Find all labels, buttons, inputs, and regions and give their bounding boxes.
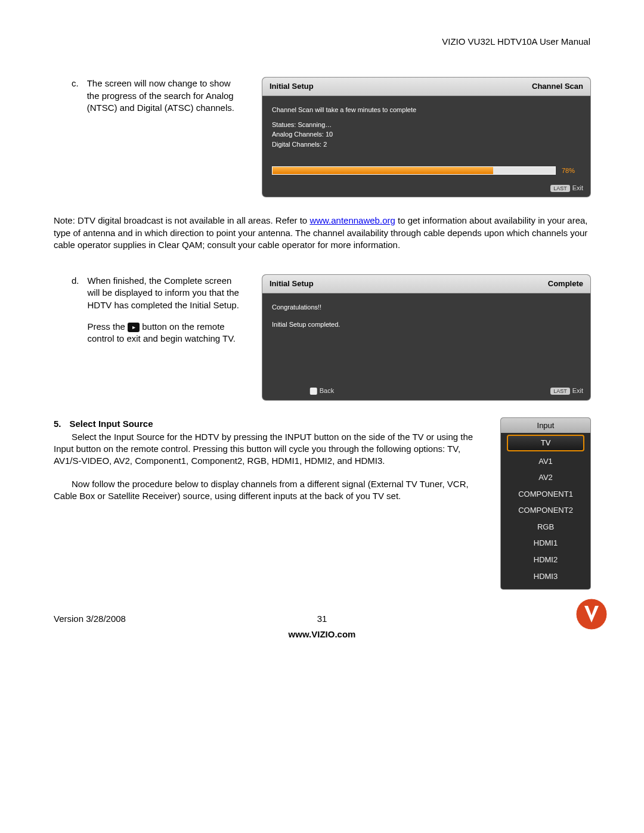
back-icon bbox=[310, 388, 317, 395]
section-5: 5. Select Input Source Select the Input … bbox=[54, 418, 590, 589]
completed-line: Initial Setup completed. bbox=[272, 320, 581, 329]
step-d-body: When finished, the Complete screen will … bbox=[88, 275, 244, 345]
osd-exit: LASTExit bbox=[550, 184, 583, 193]
section-5-heading-row: 5. Select Input Source bbox=[54, 418, 483, 430]
osd-header-complete: Initial Setup Complete bbox=[262, 275, 590, 293]
scan-status: Statues: Scanning… bbox=[272, 120, 581, 129]
osd-body: Channel Scan will take a few minutes to … bbox=[262, 96, 590, 162]
input-menu: Input TVAV1AV2COMPONENT1COMPONENT2RGBHDM… bbox=[501, 418, 590, 589]
channel-scan-osd: Initial Setup Channel Scan Channel Scan … bbox=[262, 78, 590, 197]
osd-title-right: Channel Scan bbox=[532, 81, 583, 92]
play-button-icon: ▸ bbox=[128, 323, 140, 332]
version-text: Version 3/28/2008 bbox=[54, 613, 126, 625]
osd-footer: LASTExit bbox=[262, 180, 590, 197]
section-5-para1: Select the Input Source for the HDTV by … bbox=[54, 431, 483, 467]
back-label: Back bbox=[320, 387, 334, 394]
step-d-press: Press the ▸ button on the remote control… bbox=[88, 321, 244, 345]
last-pill-icon-2: LAST bbox=[550, 388, 570, 395]
complete-body: Congratulations!! Initial Setup complete… bbox=[262, 293, 590, 383]
input-item-hdmi3[interactable]: HDMI3 bbox=[501, 568, 590, 585]
step-d-item: d. When finished, the Complete screen wi… bbox=[54, 275, 244, 345]
scan-analog: Analog Channels: 10 bbox=[272, 130, 581, 139]
input-item-av1[interactable]: AV1 bbox=[501, 453, 590, 470]
step-d-row: d. When finished, the Complete screen wi… bbox=[54, 275, 590, 400]
osd-header: Initial Setup Channel Scan bbox=[262, 78, 590, 96]
section-5-text: 5. Select Input Source Select the Input … bbox=[54, 418, 483, 503]
step-c-row: c. The screen will now change to show th… bbox=[54, 78, 590, 197]
vizio-logo-icon bbox=[575, 597, 608, 631]
antennaweb-link[interactable]: www.antennaweb.org bbox=[309, 215, 395, 225]
progress-bar bbox=[272, 166, 556, 175]
scan-digital: Digital Channels: 2 bbox=[272, 140, 581, 149]
input-menu-header: Input bbox=[501, 418, 590, 433]
input-item-tv[interactable]: TV bbox=[507, 435, 584, 451]
press-prefix: Press the bbox=[88, 321, 128, 332]
input-item-hdmi2[interactable]: HDMI2 bbox=[501, 552, 590, 568]
note-paragraph: Note: DTV digital broadcast is not avail… bbox=[54, 215, 590, 251]
footer-url: www.VIZIO.com bbox=[54, 628, 590, 640]
progress-pct: 78% bbox=[562, 166, 581, 175]
step-c-item: c. The screen will now change to show th… bbox=[54, 78, 244, 114]
input-menu-list: TVAV1AV2COMPONENT1COMPONENT2RGBHDMI1HDMI… bbox=[501, 435, 590, 584]
complete-title-left: Initial Setup bbox=[270, 278, 314, 289]
congrats-line: Congratulations!! bbox=[272, 303, 581, 312]
note-prefix: Note: DTV digital broadcast is not avail… bbox=[54, 215, 309, 225]
complete-title-right: Complete bbox=[548, 278, 583, 289]
back-label-wrap: Back bbox=[310, 386, 334, 395]
input-item-av2[interactable]: AV2 bbox=[501, 469, 590, 486]
section-5-number: 5. bbox=[54, 418, 61, 430]
input-item-hdmi1[interactable]: HDMI1 bbox=[501, 535, 590, 552]
step-d-para1: When finished, the Complete screen will … bbox=[88, 275, 244, 311]
input-item-component1[interactable]: COMPONENT1 bbox=[501, 486, 590, 503]
page-number: 31 bbox=[317, 613, 327, 625]
page-footer: Version 3/28/2008 31 bbox=[54, 613, 590, 625]
input-item-rgb[interactable]: RGB bbox=[501, 519, 590, 535]
progress-fill bbox=[273, 167, 493, 174]
scan-msg: Channel Scan will take a few minutes to … bbox=[272, 106, 581, 114]
complete-osd: Initial Setup Complete Congratulations!!… bbox=[262, 275, 590, 400]
section-5-para2: Now follow the procedure below to displa… bbox=[54, 478, 483, 503]
step-c-letter: c. bbox=[72, 78, 79, 114]
step-d-letter: d. bbox=[72, 275, 79, 345]
step-c-text: The screen will now change to show the p… bbox=[87, 78, 244, 114]
manual-header: VIZIO VU32L HDTV10A User Manual bbox=[54, 36, 590, 48]
complete-footer: Back LASTExit bbox=[262, 383, 590, 400]
osd-title-left: Initial Setup bbox=[270, 81, 314, 92]
section-5-heading: Select Input Source bbox=[70, 418, 153, 430]
last-pill-icon: LAST bbox=[550, 185, 570, 192]
complete-exit: LASTExit bbox=[550, 386, 583, 395]
progress-row: 78% bbox=[262, 162, 590, 180]
input-item-component2[interactable]: COMPONENT2 bbox=[501, 502, 590, 519]
